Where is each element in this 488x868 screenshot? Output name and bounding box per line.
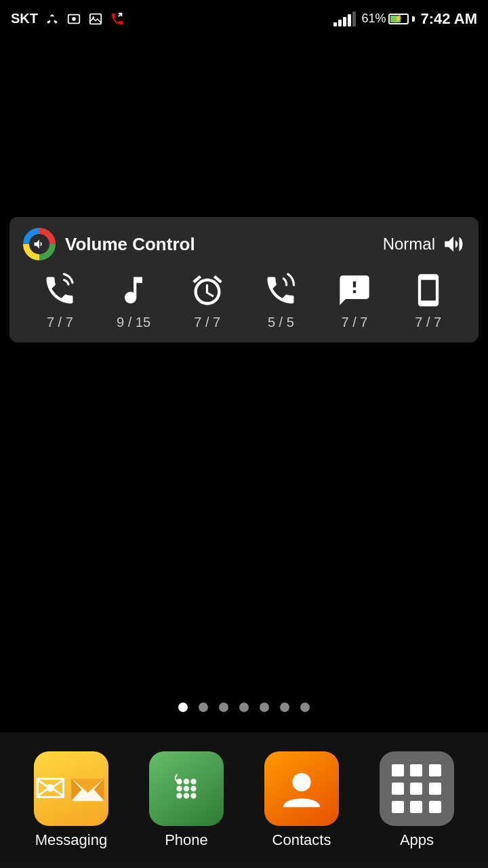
battery-percent: 61%: [361, 12, 386, 26]
widget-title-area: Volume Control: [23, 228, 195, 260]
notification-volume[interactable]: 7 / 7: [318, 273, 392, 330]
dock-phone[interactable]: Phone: [129, 751, 244, 849]
contacts-label: Contacts: [272, 831, 331, 849]
svg-point-16: [190, 793, 196, 798]
svg-point-15: [184, 793, 189, 798]
bottom-dock: Messaging Phone: [0, 732, 488, 868]
apps-dot-3: [429, 764, 441, 776]
call-notification-icon: [110, 12, 125, 26]
messaging-label: Messaging: [35, 831, 107, 849]
widget-title-text: Volume Control: [65, 234, 195, 255]
widget-mode-area[interactable]: Normal: [383, 233, 465, 256]
dock-messaging[interactable]: Messaging: [14, 751, 129, 849]
system-value: 7 / 7: [415, 315, 441, 330]
incall-value: 5 / 5: [268, 315, 294, 330]
signal-icon: [333, 12, 356, 26]
apps-dot-2: [410, 764, 422, 776]
svg-point-14: [176, 793, 182, 798]
music-volume[interactable]: 9 / 15: [97, 273, 171, 330]
apps-dot-5: [410, 783, 422, 795]
incall-icon: [263, 273, 298, 308]
system-icon: [411, 273, 446, 308]
volume-icon-inner: [29, 234, 49, 254]
alarm-volume[interactable]: 7 / 7: [170, 273, 244, 330]
phone-dial-icon: [163, 765, 210, 812]
charging-icon: ⚡: [390, 15, 407, 23]
ringtone-value: 7 / 7: [47, 315, 73, 330]
contacts-icon: [264, 751, 339, 826]
envelope-icon: [67, 765, 108, 812]
apps-dot-9: [429, 801, 441, 813]
music-value: 9 / 15: [117, 315, 150, 330]
volume-app-icon: [23, 228, 56, 260]
notification-value: 7 / 7: [342, 315, 368, 330]
mode-label: Normal: [383, 235, 435, 254]
svg-point-1: [72, 17, 76, 21]
ringtone-icon: [42, 273, 77, 308]
status-right: 61% ⚡ 7:42 AM: [333, 10, 477, 28]
alarm-icon: [190, 273, 225, 308]
page-dot-0[interactable]: [178, 703, 188, 712]
dock-apps[interactable]: Apps: [359, 751, 474, 849]
phone-icon: [149, 751, 224, 826]
volume-control-widget[interactable]: Volume Control Normal 7 / 7 9 / 15: [9, 217, 479, 342]
carrier-label: SKT: [11, 11, 38, 26]
page-dot-3[interactable]: [239, 703, 249, 712]
ringtone-volume[interactable]: 7 / 7: [23, 273, 97, 330]
usb-icon: [45, 12, 60, 26]
svg-point-11: [176, 786, 182, 791]
apps-dot-8: [410, 801, 422, 813]
alarm-value: 7 / 7: [194, 315, 220, 330]
apps-icon: [380, 751, 454, 826]
phone-label: Phone: [165, 831, 208, 849]
status-left: SKT: [11, 11, 125, 26]
music-icon: [116, 273, 151, 308]
page-indicator: [0, 703, 488, 712]
messaging-icon: [34, 751, 108, 826]
svg-point-13: [190, 786, 196, 791]
status-bar: SKT 6: [0, 0, 488, 37]
screenshot-icon: [66, 12, 81, 26]
volume-mode-icon: [442, 233, 465, 256]
apps-dot-4: [392, 783, 404, 795]
battery-tip: [412, 16, 415, 22]
apps-dot-1: [392, 764, 404, 776]
page-dot-2[interactable]: [219, 703, 228, 712]
apps-dot-7: [392, 801, 404, 813]
volume-controls-row: 7 / 7 9 / 15 7 / 7 5 / 5: [23, 273, 465, 330]
svg-point-10: [190, 778, 196, 784]
system-volume[interactable]: 7 / 7: [391, 273, 465, 330]
svg-point-9: [184, 778, 189, 784]
svg-point-12: [184, 786, 189, 791]
notification-icon: [337, 273, 372, 308]
battery-indicator: 61% ⚡: [361, 12, 415, 26]
battery-body: ⚡: [388, 14, 409, 24]
page-dot-6[interactable]: [300, 703, 310, 712]
page-dot-1[interactable]: [199, 703, 208, 712]
incall-volume[interactable]: 5 / 5: [244, 273, 318, 330]
image-icon: [88, 12, 103, 26]
svg-point-17: [292, 773, 310, 791]
apps-label: Apps: [400, 831, 434, 849]
page-dot-4[interactable]: [260, 703, 269, 712]
widget-header: Volume Control Normal: [23, 228, 465, 260]
apps-dot-6: [429, 783, 441, 795]
time-display: 7:42 AM: [420, 10, 477, 28]
person-icon: [279, 766, 325, 812]
speaker-icon: [33, 237, 46, 251]
page-dot-5[interactable]: [280, 703, 289, 712]
svg-rect-2: [90, 14, 102, 24]
dock-contacts[interactable]: Contacts: [244, 751, 359, 849]
